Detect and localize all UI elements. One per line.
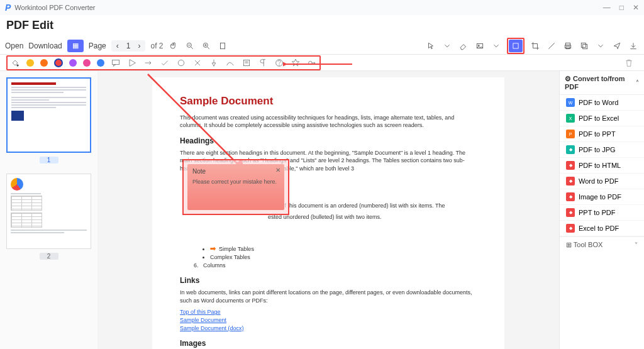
chevron-up-icon: ˄ <box>636 79 639 86</box>
file-image-icon: ◆ <box>566 145 575 154</box>
color-blue[interactable] <box>97 59 104 67</box>
pushpin-icon[interactable] <box>209 58 219 68</box>
convert-pdf-to-word[interactable]: WPDF to Word <box>560 95 644 111</box>
note-icon[interactable] <box>242 58 252 68</box>
check-icon[interactable] <box>160 58 170 68</box>
zoom-out-icon[interactable] <box>184 40 196 52</box>
copy-icon[interactable] <box>579 40 590 52</box>
triangle-right-icon[interactable] <box>127 58 137 68</box>
chevron-down-icon[interactable] <box>491 40 502 52</box>
toolbox-toggle[interactable]: ⊞ Tool BOX ˅ <box>560 236 644 253</box>
convert-word-to-pdf[interactable]: ◆Word to PDF <box>560 174 644 189</box>
thumbnails-toggle-icon[interactable]: ▦ <box>67 40 84 52</box>
doc-li-complex: Complex Tables <box>210 253 477 262</box>
color-yellow[interactable] <box>26 59 34 67</box>
svg-point-11 <box>17 64 19 66</box>
doc-links-p: In web documents, links can point differ… <box>180 289 477 304</box>
shape-tool-highlight <box>507 38 525 54</box>
page-title: PDF Edit <box>0 15 644 37</box>
curve-icon[interactable] <box>225 58 235 68</box>
convert-image-to-pdf[interactable]: ◆Image to PDF <box>560 189 644 205</box>
convert-pdf-to-ppt[interactable]: PPDF to PPT <box>560 126 644 142</box>
svg-rect-5 <box>513 43 518 48</box>
doc-li-columns: 6. Columns <box>194 262 477 270</box>
svg-rect-9 <box>583 44 587 48</box>
thumbnail-page-2[interactable] <box>6 174 91 249</box>
trash-icon[interactable] <box>624 58 634 68</box>
document-viewport[interactable]: Sample Document This document was create… <box>97 71 559 349</box>
minimize-button[interactable]: — <box>603 3 611 12</box>
note-close-icon[interactable]: ✕ <box>275 167 280 174</box>
annotation-toolbar <box>0 55 644 71</box>
svg-rect-10 <box>581 43 586 47</box>
app-logo: P <box>5 3 11 13</box>
toolbar: Open Download ▦ Page ‹ 1 › of 2 <box>0 37 644 55</box>
color-orange[interactable] <box>40 59 48 67</box>
convert-pdf-to-excel[interactable]: XPDF to Excel <box>560 111 644 126</box>
convert-ppt-to-pdf[interactable]: ◆PPT to PDF <box>560 205 644 221</box>
thumbnail-badge-1: 1 <box>40 157 58 163</box>
crop-icon[interactable] <box>530 40 541 52</box>
eraser-icon[interactable] <box>458 40 469 52</box>
note-annotation[interactable]: ✕ Note Please correct your mistake here. <box>187 164 284 210</box>
x-mark-icon[interactable] <box>192 58 203 68</box>
thumbnail-page-1[interactable] <box>6 77 91 153</box>
prev-page-button[interactable]: ‹ <box>114 42 121 50</box>
download-button[interactable]: Download <box>28 42 62 50</box>
doc-li-simple: ➡ Simple Tables <box>210 244 477 253</box>
svg-rect-6 <box>566 43 570 45</box>
file-pdf-icon: ◆ <box>566 224 575 233</box>
chevron-down-icon[interactable] <box>595 40 606 52</box>
convert-pdf-to-html[interactable]: ◆PDF to HTML <box>560 158 644 174</box>
current-page[interactable]: 1 <box>124 42 133 50</box>
chevron-down-icon[interactable] <box>441 40 453 52</box>
doc-link-3[interactable]: Sample Document (docx) <box>180 324 477 333</box>
fill-bucket-icon[interactable] <box>10 58 20 68</box>
comment-icon[interactable] <box>111 58 121 68</box>
color-red-selected[interactable] <box>54 58 63 67</box>
next-page-button[interactable]: › <box>135 42 143 50</box>
file-pdf-icon: ◆ <box>566 208 575 217</box>
pan-icon[interactable] <box>168 40 179 52</box>
doc-link-1[interactable]: Top of this Page <box>180 308 477 316</box>
doc-intro: This document was created using accessib… <box>180 114 477 130</box>
note-body: Please correct your mistake here. <box>192 179 279 185</box>
key-icon[interactable] <box>307 58 317 68</box>
page-navigator: ‹ 1 › <box>111 40 146 52</box>
doc-link-2[interactable]: Sample Document <box>180 316 477 324</box>
star-icon[interactable] <box>291 58 301 68</box>
annotation-tool-highlight <box>6 55 321 70</box>
arrow-right-icon[interactable] <box>143 58 153 68</box>
close-window-button[interactable]: ✕ <box>633 3 639 12</box>
convert-excel-to-pdf[interactable]: ◆Excel to PDF <box>560 221 644 236</box>
print-icon[interactable] <box>562 40 574 52</box>
send-icon[interactable] <box>611 40 623 52</box>
doc-h-headings: Headings <box>180 136 477 147</box>
svg-point-13 <box>178 60 184 65</box>
circle-icon[interactable] <box>176 58 186 68</box>
convert-pdf-to-jpg[interactable]: ◆PDF to JPG <box>560 142 644 158</box>
image-insert-icon[interactable] <box>474 40 486 52</box>
paragraph-icon[interactable] <box>258 58 268 68</box>
maximize-button[interactable]: □ <box>619 3 624 12</box>
page-count: of 2 <box>150 42 163 50</box>
color-purple[interactable] <box>69 59 77 67</box>
open-button[interactable]: Open <box>5 42 23 50</box>
color-pink[interactable] <box>83 59 91 67</box>
doc-h-links: Links <box>180 275 477 286</box>
zoom-in-icon[interactable] <box>201 40 212 52</box>
line-tool-icon[interactable] <box>546 40 557 52</box>
help-icon[interactable] <box>274 58 284 68</box>
thumbnail-panel: 1 2 <box>0 71 97 349</box>
svg-point-16 <box>279 65 280 65</box>
file-pdf-icon: ◆ <box>566 177 575 186</box>
svg-rect-12 <box>113 60 119 64</box>
pointer-icon[interactable] <box>425 40 436 52</box>
rectangle-tool-icon[interactable] <box>509 40 523 52</box>
side-panel-header[interactable]: ⚙ Convert to/from PDF ˄ <box>560 71 644 95</box>
orange-arrow-icon: ➡ <box>210 245 216 252</box>
fit-page-icon[interactable] <box>217 40 228 52</box>
download-icon[interactable] <box>628 40 639 52</box>
svg-point-17 <box>309 61 312 64</box>
file-ppt-icon: P <box>566 130 575 138</box>
